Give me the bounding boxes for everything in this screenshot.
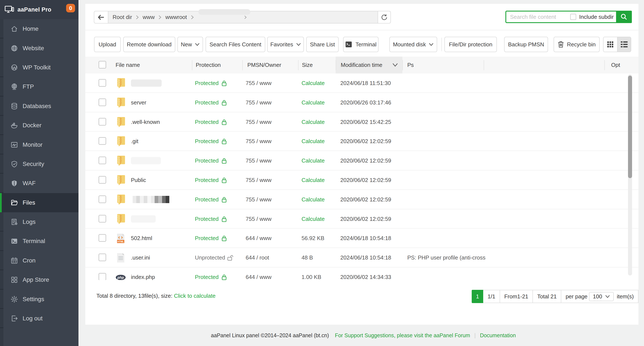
svg-text:php: php	[117, 275, 124, 280]
svg-text:HTML: HTML	[118, 240, 124, 243]
